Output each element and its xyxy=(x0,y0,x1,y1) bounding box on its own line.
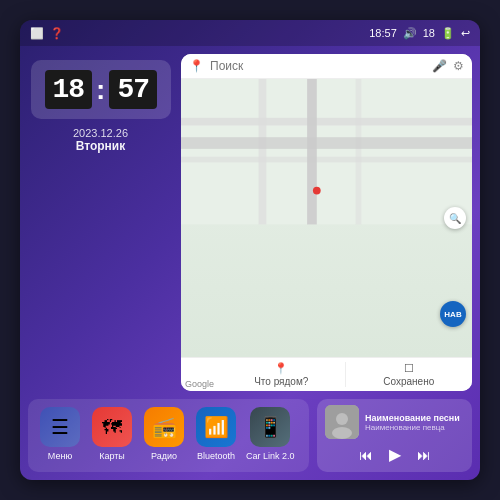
status-right: 18:57 🔊 18 🔋 ↩ xyxy=(369,27,470,40)
back-icon[interactable]: ↩ xyxy=(461,27,470,40)
svg-point-9 xyxy=(336,413,348,425)
map-search-icons: 🎤 ⚙ xyxy=(432,59,464,73)
map-area: 🔍 НАВ xyxy=(181,79,472,357)
radio-icon: 📻 xyxy=(144,407,184,447)
svg-rect-6 xyxy=(181,137,472,149)
date-full: 2023.12.26 xyxy=(73,127,128,139)
settings-icon[interactable]: ⚙ xyxy=(453,59,464,73)
svg-rect-0 xyxy=(181,79,472,225)
app-radio-label: Радио xyxy=(151,451,177,461)
bottom-section: ☰ Меню 🗺 Карты 📻 Радио 📶 Bluetooth 📱 Car… xyxy=(20,399,480,480)
music-avatar xyxy=(325,405,359,439)
nearby-icon: 📍 xyxy=(274,362,288,375)
app-menu-label: Меню xyxy=(48,451,72,461)
app-grid: ☰ Меню 🗺 Карты 📻 Радио 📶 Bluetooth 📱 Car… xyxy=(28,399,309,472)
bluetooth-icon: 📶 xyxy=(196,407,236,447)
svg-rect-5 xyxy=(307,79,317,225)
maps-icon: 🗺 xyxy=(92,407,132,447)
home-icon[interactable]: ⬜ xyxy=(30,27,44,40)
main-content: 18 : 57 2023.12.26 Вторник 📍 🎤 ⚙ xyxy=(20,46,480,399)
nav-icon[interactable]: ❓ xyxy=(50,27,64,40)
right-panel: 📍 🎤 ⚙ xyxy=(181,54,472,391)
status-time: 18:57 xyxy=(369,27,397,39)
music-top: Наименование песни Наименование певца xyxy=(325,405,464,439)
app-carlink[interactable]: 📱 Car Link 2.0 xyxy=(246,407,295,461)
volume-icon: 🔊 xyxy=(403,27,417,40)
music-controls: ⏮ ▶ ⏭ xyxy=(325,443,464,466)
map-saved-button[interactable]: ☐ Сохранено xyxy=(346,358,472,391)
music-artist: Наименование певца xyxy=(365,423,464,432)
svg-point-10 xyxy=(332,427,352,439)
nav-label: НАВ xyxy=(444,310,461,319)
svg-rect-3 xyxy=(259,79,267,225)
map-search-input[interactable] xyxy=(210,59,426,73)
battery-level: 18 xyxy=(423,27,435,39)
music-info: Наименование песни Наименование певца xyxy=(365,413,464,432)
map-search-bar: 📍 🎤 ⚙ xyxy=(181,54,472,79)
left-panel: 18 : 57 2023.12.26 Вторник xyxy=(28,54,173,391)
status-left: ⬜ ❓ xyxy=(30,27,64,40)
app-maps[interactable]: 🗺 Карты xyxy=(90,407,134,461)
status-bar: ⬜ ❓ 18:57 🔊 18 🔋 ↩ xyxy=(20,20,480,46)
app-radio[interactable]: 📻 Радио xyxy=(142,407,186,461)
saved-icon: ☐ xyxy=(404,362,414,375)
app-bluetooth[interactable]: 📶 Bluetooth xyxy=(194,407,238,461)
music-next-button[interactable]: ⏭ xyxy=(417,447,431,463)
map-container: 📍 🎤 ⚙ xyxy=(181,54,472,391)
mic-icon[interactable]: 🎤 xyxy=(432,59,447,73)
carlink-icon: 📱 xyxy=(250,407,290,447)
map-nearby-button[interactable]: 📍 Что рядом? xyxy=(218,358,344,391)
music-prev-button[interactable]: ⏮ xyxy=(359,447,373,463)
app-carlink-label: Car Link 2.0 xyxy=(246,451,295,461)
date-widget: 2023.12.26 Вторник xyxy=(73,127,128,153)
svg-rect-1 xyxy=(181,118,472,126)
nearby-label: Что рядом? xyxy=(254,376,308,387)
app-menu[interactable]: ☰ Меню xyxy=(38,407,82,461)
music-play-button[interactable]: ▶ xyxy=(389,445,401,464)
clock-hours: 18 xyxy=(45,70,93,109)
svg-point-7 xyxy=(313,187,321,195)
saved-label: Сохранено xyxy=(383,376,434,387)
app-maps-label: Карты xyxy=(99,451,125,461)
app-bluetooth-label: Bluetooth xyxy=(197,451,235,461)
clock-colon: : xyxy=(96,74,105,106)
device-frame: ⬜ ❓ 18:57 🔊 18 🔋 ↩ 18 : 57 2023.12.26 Вт… xyxy=(20,20,480,480)
google-label: Google xyxy=(181,377,218,391)
date-day: Вторник xyxy=(73,139,128,153)
battery-icon: 🔋 xyxy=(441,27,455,40)
music-widget: Наименование песни Наименование певца ⏮ … xyxy=(317,399,472,472)
svg-rect-2 xyxy=(181,157,472,163)
clock-minutes: 57 xyxy=(109,70,157,109)
map-zoom-icon[interactable]: 🔍 xyxy=(444,207,466,229)
map-pin-icon: 📍 xyxy=(189,59,204,73)
menu-icon: ☰ xyxy=(40,407,80,447)
map-nav-button[interactable]: НАВ xyxy=(440,301,466,327)
music-title: Наименование песни xyxy=(365,413,464,423)
clock-widget: 18 : 57 xyxy=(31,60,171,119)
svg-rect-4 xyxy=(356,79,362,225)
